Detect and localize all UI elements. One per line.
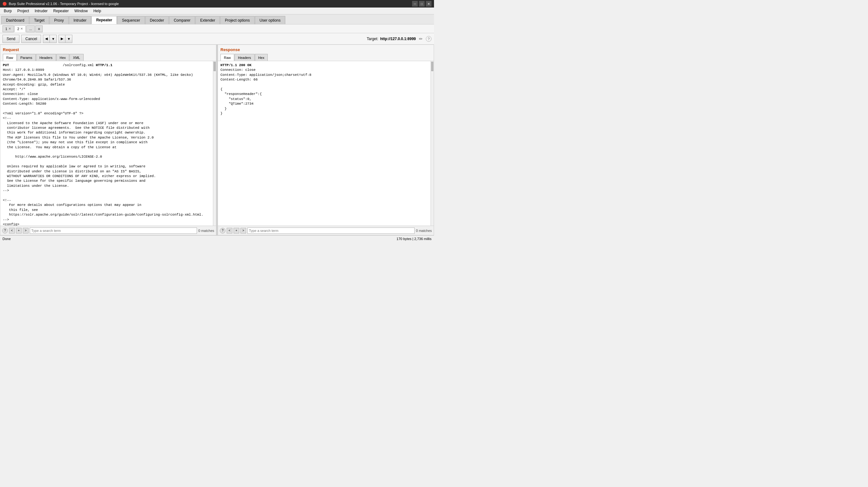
forward-button[interactable]: ▶ (59, 35, 65, 43)
request-search-input[interactable] (30, 228, 197, 234)
tab-intruder[interactable]: Intruder (69, 16, 91, 24)
request-content[interactable]: PUT /solrconfig.xml HTTP/1.1 Host: 127.0… (0, 61, 213, 226)
response-panel-header: Response Raw Headers Hex (218, 45, 434, 61)
title-bar: 🔴 Burp Suite Professional v2.1.06 - Temp… (0, 0, 434, 7)
response-tabs: Raw Headers Hex (220, 54, 431, 61)
send-button[interactable]: Send (2, 35, 20, 43)
cancel-button[interactable]: Cancel (21, 35, 41, 43)
menu-bar: Burp Project Intruder Repeater Window He… (0, 7, 434, 15)
forward-nav-group: ▶ ▼ (59, 35, 72, 43)
response-tab-raw[interactable]: Raw (220, 54, 234, 61)
menu-burp[interactable]: Burp (1, 8, 14, 14)
tab-dashboard[interactable]: Dashboard (1, 16, 29, 24)
back-dropdown-button[interactable]: ▼ (50, 35, 57, 43)
status-text: Done (2, 237, 11, 241)
close-button[interactable]: ✕ (426, 1, 432, 7)
tab-sequencer[interactable]: Sequencer (117, 16, 145, 24)
response-scrollbar-thumb (431, 62, 433, 71)
request-tab-raw[interactable]: Raw (3, 54, 17, 61)
response-matches-label: 0 matches (416, 229, 432, 232)
maximize-button[interactable]: □ (419, 1, 425, 7)
minimize-button[interactable]: ─ (412, 1, 418, 7)
repeater-tab-2[interactable]: 2 ✕ (14, 25, 26, 32)
response-search-next[interactable]: > (241, 228, 246, 233)
repeater-tab-add[interactable]: + (35, 25, 42, 32)
forward-dropdown-button[interactable]: ▼ (65, 35, 72, 43)
request-search-bar: ? < + > 0 matches (0, 226, 216, 235)
request-body: PUT /solrconfig.xml HTTP/1.1 Host: 127.0… (0, 61, 216, 226)
request-tab-xml[interactable]: XML (69, 54, 84, 61)
request-scrollbar[interactable] (213, 61, 216, 226)
request-search-prev[interactable]: < (9, 228, 15, 233)
menu-repeater[interactable]: Repeater (51, 8, 71, 14)
tab-decoder[interactable]: Decoder (145, 16, 169, 24)
tab-proxy[interactable]: Proxy (50, 16, 69, 24)
status-info: 170 bytes | 2,736 millis (396, 237, 432, 241)
status-bar: Done 170 bytes | 2,736 millis (0, 235, 434, 241)
tab-target[interactable]: Target (29, 16, 49, 24)
response-tab-headers[interactable]: Headers (235, 54, 255, 61)
window-title: Burp Suite Professional v2.1.06 - Tempor… (9, 2, 119, 6)
request-tabs: Raw Params Headers Hex XML (3, 54, 214, 61)
tab-repeater[interactable]: Repeater (91, 16, 117, 24)
response-search-prev[interactable]: < (227, 228, 232, 233)
tab-extender[interactable]: Extender (195, 16, 220, 24)
repeater-tab-2-close[interactable]: ✕ (20, 27, 23, 30)
back-button[interactable]: ◀ (43, 35, 50, 43)
request-tab-headers[interactable]: Headers (36, 54, 56, 61)
help-button[interactable]: ? (426, 36, 432, 42)
back-nav-group: ◀ ▼ (43, 35, 57, 43)
menu-help[interactable]: Help (91, 8, 104, 14)
response-title: Response (220, 46, 431, 53)
main-split: Request Raw Params Headers Hex XML PUT /… (0, 45, 434, 235)
app-icon: 🔴 (2, 2, 7, 6)
repeater-tab-1[interactable]: 1 ✕ (2, 25, 14, 32)
tab-project-options[interactable]: Project options (220, 16, 254, 24)
response-body: HTTP/1.1 200 OK Connection: close Conten… (218, 61, 434, 226)
target-info: Target: http://127.0.0.1:8999 ✏ ? (367, 36, 432, 42)
menu-intruder[interactable]: Intruder (32, 8, 50, 14)
response-tab-hex[interactable]: Hex (255, 54, 268, 61)
tab-comparer[interactable]: Comparer (169, 16, 195, 24)
title-bar-left: 🔴 Burp Suite Professional v2.1.06 - Temp… (2, 2, 119, 6)
request-search-help[interactable]: ? (2, 228, 8, 233)
target-url: http://127.0.0.1:8999 (380, 37, 416, 41)
response-search-help[interactable]: ? (220, 228, 225, 233)
response-search-add[interactable]: + (234, 228, 239, 233)
toolbar: Send Cancel ◀ ▼ ▶ ▼ Target: http://127.0… (0, 33, 434, 45)
title-bar-controls: ─ □ ✕ (412, 1, 432, 7)
main-tab-bar: Dashboard Target Proxy Intruder Repeater… (0, 15, 434, 24)
repeater-tab-more[interactable]: ... (26, 25, 35, 32)
repeater-tab-row: 1 ✕ 2 ✕ ... + (0, 24, 434, 33)
menu-project[interactable]: Project (15, 8, 31, 14)
tab-user-options[interactable]: User options (255, 16, 285, 24)
request-matches-label: 0 matches (198, 229, 214, 232)
request-panel-header: Request Raw Params Headers Hex XML (0, 45, 216, 61)
response-search-bar: ? < + > 0 matches (218, 226, 434, 235)
request-title: Request (3, 46, 214, 53)
request-scrollbar-thumb (214, 62, 216, 71)
request-tab-hex[interactable]: Hex (56, 54, 69, 61)
response-panel: Response Raw Headers Hex HTTP/1.1 200 OK… (218, 45, 434, 235)
menu-window[interactable]: Window (72, 8, 90, 14)
request-search-next[interactable]: > (23, 228, 29, 233)
request-search-add[interactable]: + (16, 228, 22, 233)
edit-target-button[interactable]: ✏ (418, 36, 424, 42)
response-content[interactable]: HTTP/1.1 200 OK Connection: close Conten… (218, 61, 431, 226)
response-scrollbar[interactable] (431, 61, 434, 226)
response-search-input[interactable] (247, 228, 414, 234)
request-panel: Request Raw Params Headers Hex XML PUT /… (0, 45, 216, 235)
request-tab-params[interactable]: Params (17, 54, 36, 61)
repeater-tab-1-close[interactable]: ✕ (8, 27, 11, 30)
target-prefix: Target: (367, 37, 378, 41)
